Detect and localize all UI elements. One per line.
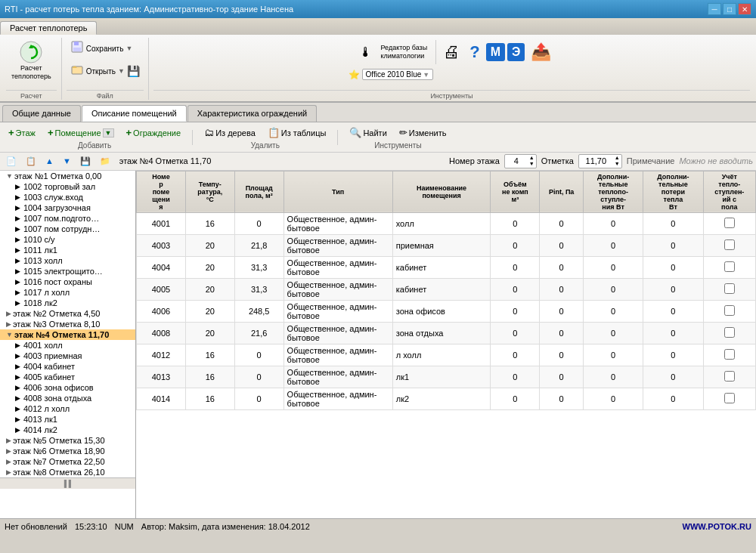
- floor-checkbox[interactable]: [724, 218, 735, 228]
- mark-label: Отметка: [541, 156, 574, 165]
- floor-spin-down[interactable]: ▼: [528, 161, 536, 167]
- tree-label-floor1: этаж №1 Отметка 0,00: [14, 171, 101, 181]
- save-btn[interactable]: Сохранить ▼: [67, 38, 144, 59]
- logo2-btn[interactable]: Э: [507, 43, 525, 61]
- tree-item-r4013[interactable]: ▶4013 лк1: [0, 414, 135, 425]
- tree-item-r1007[interactable]: ▶1007 пом.подгото…: [0, 213, 135, 224]
- tree-item-r1004[interactable]: ▶1004 загрузочная: [0, 202, 135, 213]
- open-btn[interactable]: Открыть ▼ 💾: [67, 60, 144, 82]
- help-btn[interactable]: ?: [466, 40, 483, 64]
- tree-item-floor5[interactable]: ▶этаж №5 Отметка 15,30: [0, 435, 135, 446]
- floor-checkbox[interactable]: [724, 393, 735, 403]
- cell-5: 0: [491, 300, 540, 322]
- tree-item-r4008[interactable]: ▶4008 зона отдыха: [0, 393, 135, 403]
- floor-checkbox[interactable]: [724, 305, 735, 316]
- from-table-btn[interactable]: 📋 Из таблицы: [262, 125, 332, 141]
- mark-spin-up[interactable]: ▲: [613, 155, 621, 161]
- from-tree-btn[interactable]: 🗂 Из дерева: [199, 125, 261, 141]
- find-btn[interactable]: 🔍 Найти: [344, 125, 392, 141]
- nav-save-btn[interactable]: 💾: [77, 155, 94, 168]
- tree-item-r1003[interactable]: ▶1003 служ.вход: [0, 192, 135, 202]
- add-floor-btn[interactable]: + Этаж: [3, 125, 41, 141]
- tree-item-r1002[interactable]: ▶1002 торговый зал: [0, 181, 135, 192]
- table-row[interactable]: 40082021,6Общественное, админ-бытовоезон…: [137, 322, 756, 344]
- tree-item-r4005[interactable]: ▶4005 кабинет: [0, 372, 135, 382]
- floor-checkbox[interactable]: [724, 283, 735, 294]
- tree-item-r1018[interactable]: ▶1018 лк2: [0, 298, 135, 308]
- nav-btn-up[interactable]: ▲: [42, 155, 57, 167]
- export-btn[interactable]: 📤: [527, 40, 555, 64]
- add-room-btn[interactable]: + Помещение ▼: [42, 125, 119, 141]
- floor-checkbox[interactable]: [724, 327, 735, 338]
- tree-item-floor8[interactable]: ▶этаж №8 Отметка 26,10: [0, 467, 135, 477]
- nav-btn-2[interactable]: 📋: [23, 155, 39, 168]
- close-button[interactable]: ✕: [738, 3, 751, 15]
- tab-general[interactable]: Общие данные: [2, 105, 81, 122]
- nav-btn-1[interactable]: 📄: [3, 155, 20, 168]
- cell-0: 4003: [137, 234, 186, 256]
- tree-item-floor4[interactable]: ▼этаж №4 Отметка 11,70: [0, 329, 135, 340]
- tree-item-r4003[interactable]: ▶4003 приемная: [0, 351, 135, 361]
- tree-item-r1017[interactable]: ▶1017 л холл: [0, 287, 135, 298]
- note-value: Можно не вводить: [679, 156, 753, 165]
- tree-item-floor1[interactable]: ▼этаж №1 Отметка 0,00: [0, 171, 135, 181]
- room-dropdown-arrow[interactable]: ▼: [103, 128, 114, 137]
- data-panel[interactable]: Номерпомещения Темпу-ратура,°С Площадпол…: [136, 171, 756, 518]
- tree-item-r4004[interactable]: ▶4004 кабинет: [0, 361, 135, 372]
- mark-input[interactable]: [579, 156, 613, 166]
- tree-item-r1016[interactable]: ▶1016 пост охраны: [0, 276, 135, 287]
- tree-dot-r1007: ▶: [15, 215, 20, 222]
- cell-0: 4013: [137, 366, 186, 388]
- table-row[interactable]: 4013160Общественное, админ-бытовоелк1000…: [137, 366, 756, 388]
- climate-btn[interactable]: 🌡 Редактор базыклиматологии: [349, 38, 433, 66]
- tree-item-r4014[interactable]: ▶4014 лк2: [0, 425, 135, 435]
- tab-rooms[interactable]: Описание помещений: [82, 105, 187, 122]
- floor-checkbox[interactable]: [724, 261, 735, 272]
- theme-button[interactable]: Office 2010 Blue ▼: [362, 69, 434, 80]
- save-dropdown-arrow[interactable]: ▼: [125, 45, 132, 52]
- tree-item-floor7[interactable]: ▶этаж №7 Отметка 22,50: [0, 456, 135, 467]
- table-row[interactable]: 4012160Общественное, админ-бытовоел холл…: [137, 344, 756, 366]
- nav-btn-down[interactable]: ▼: [60, 155, 74, 167]
- tree-dot-r1008: ▶: [15, 225, 20, 233]
- print-btn[interactable]: 🖨: [439, 40, 463, 64]
- tree-item-r1010[interactable]: ▶1010 с/у: [0, 234, 135, 245]
- tree-scrollbar[interactable]: ▐ ▌: [0, 477, 135, 489]
- tree-item-r4006[interactable]: ▶4006 зона офисов: [0, 382, 135, 393]
- nav-folder-btn[interactable]: 📁: [97, 155, 113, 168]
- add-enclosure-btn[interactable]: + Ограждение: [121, 125, 187, 141]
- floor-checkbox[interactable]: [724, 349, 735, 360]
- table-row[interactable]: 4014160Общественное, админ-бытовоелк2000…: [137, 388, 756, 409]
- maximize-button[interactable]: □: [723, 3, 736, 15]
- tree-item-r1011[interactable]: ▶1011 лк1: [0, 245, 135, 255]
- tree-item-r4001[interactable]: ▶4001 холл: [0, 340, 135, 351]
- tree-item-r1015[interactable]: ▶1015 электрощито…: [0, 266, 135, 276]
- open-dropdown-arrow[interactable]: ▼: [118, 67, 125, 75]
- mark-spin: ▲ ▼: [613, 155, 621, 168]
- floor-checkbox[interactable]: [724, 239, 735, 250]
- tree-item-floor2[interactable]: ▶этаж №2 Отметка 4,50: [0, 308, 135, 319]
- table-row[interactable]: 4001160Общественное, админ-бытовоехолл00…: [137, 212, 756, 234]
- mark-spin-down[interactable]: ▼: [613, 161, 621, 167]
- tree-item-r4012[interactable]: ▶4012 л холл: [0, 403, 135, 414]
- floor-spin-up[interactable]: ▲: [528, 155, 536, 161]
- floor-checkbox[interactable]: [724, 371, 735, 382]
- group-label-file: Файл: [67, 90, 144, 100]
- table-row[interactable]: 40042031,3Общественное, админ-бытовоекаб…: [137, 256, 756, 278]
- tree-item-r1013[interactable]: ▶1013 холл: [0, 255, 135, 266]
- cell-0: 4004: [137, 256, 186, 278]
- tab-enclosures[interactable]: Характеристика ограждений: [187, 105, 317, 122]
- calc-btn[interactable]: Расчеттеплопотерь: [6, 38, 57, 83]
- table-row[interactable]: 400620248,5Общественное, админ-бытовоезо…: [137, 300, 756, 322]
- logo1-btn[interactable]: М: [486, 43, 505, 61]
- table-row[interactable]: 40052031,3Общественное, админ-бытовоекаб…: [137, 278, 756, 300]
- table-row[interactable]: 40032021,8Общественное, админ-бытовоепри…: [137, 234, 756, 256]
- tree-item-floor6[interactable]: ▶этаж №6 Отметка 18,90: [0, 446, 135, 456]
- minimize-button[interactable]: ─: [708, 3, 721, 15]
- change-btn[interactable]: ✏ Изменить: [394, 125, 452, 141]
- floor-num-input[interactable]: [505, 156, 528, 166]
- tree-item-floor3[interactable]: ▶этаж №3 Отметка 8,10: [0, 319, 135, 329]
- tree-item-r1008[interactable]: ▶1007 пом сотрудн…: [0, 224, 135, 234]
- ribbon-tab-calc[interactable]: Расчет теплопотерь: [0, 21, 97, 35]
- cell-3: Общественное, админ-бытовое: [284, 366, 392, 388]
